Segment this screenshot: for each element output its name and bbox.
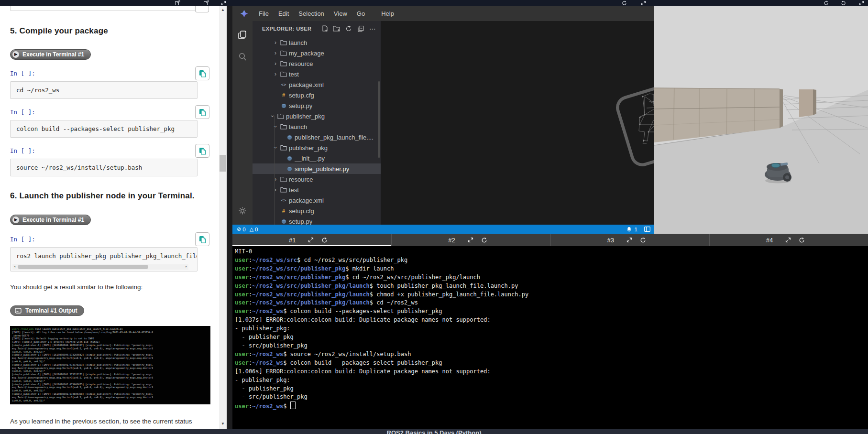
scrollbar-thumb[interactable] <box>18 265 148 269</box>
gear-icon[interactable] <box>232 203 253 219</box>
terminal-tab-label: #2 <box>448 237 455 244</box>
menu-selection[interactable]: Selection <box>294 6 329 21</box>
scrollbar-track[interactable] <box>17 265 184 269</box>
menu-edit[interactable]: Edit <box>274 6 294 21</box>
menu-help[interactable]: Help <box>376 6 399 21</box>
notebook-scrollbar[interactable]: ▲ ▼ <box>219 6 227 429</box>
copy-button-3[interactable] <box>195 144 209 158</box>
simulation-viewport[interactable] <box>654 6 868 234</box>
expand-terminal-icon[interactable] <box>785 237 791 243</box>
file-label: __init__.py <box>295 155 325 162</box>
reset-sim-icon[interactable] <box>841 0 846 6</box>
scroll-left-icon[interactable]: ◂ <box>12 265 17 269</box>
expand-terminal-icon[interactable] <box>468 237 473 243</box>
refresh-ide-icon[interactable] <box>622 0 627 6</box>
file-tree-item-setup.cfg[interactable]: #setup.cfg <box>253 206 381 216</box>
sidebar-scrollbar-thumb[interactable] <box>378 81 380 158</box>
cell-horizontal-scrollbar[interactable]: ◂ ▸ <box>12 264 188 270</box>
scrollbar-thumb[interactable] <box>220 155 226 172</box>
warning-icon: △ <box>250 227 253 232</box>
scroll-right-icon[interactable]: ▸ <box>184 265 188 269</box>
execute-terminal-button-1[interactable]: ▶ Execute in Terminal #1 <box>10 49 91 60</box>
cfg-file-icon: # <box>279 92 288 98</box>
expand-terminal-icon[interactable] <box>626 237 632 243</box>
collapse-all-icon[interactable] <box>356 24 365 33</box>
search-icon[interactable] <box>232 49 253 65</box>
file-tree-item-publisher_pkg_launch_file....[interactable]: publisher_pkg_launch_file.... <box>253 132 381 142</box>
execute-terminal-button-2[interactable]: ▶ Execute in Terminal #1 <box>10 215 91 225</box>
file-tree-item-setup.cfg[interactable]: #setup.cfg <box>253 90 381 100</box>
code-cell-4[interactable]: ros2 launch publisher_pkg publisher_pkg_… <box>10 247 198 271</box>
terminal-output[interactable]: MIT-0user:~/ros2_ws/src$ cd ~/ros2_ws/sr… <box>232 246 868 429</box>
code-cell-3[interactable]: source ~/ros2_ws/install/setup.bash <box>10 159 198 176</box>
code-cell-2[interactable]: colcon build --packages-select publisher… <box>10 120 198 138</box>
open-new-window-icon[interactable] <box>204 0 209 6</box>
refresh-sim-icon[interactable] <box>824 0 829 6</box>
file-label: launch <box>289 39 307 46</box>
expand-terminal-icon[interactable] <box>308 237 314 243</box>
terminal-tab-2[interactable]: #2 <box>391 234 550 246</box>
output-line: (x=0.0, y=0.0, z=0.5))" <box>12 369 209 373</box>
section-5-heading: 5. Compile your package <box>10 26 108 36</box>
restart-terminal-icon[interactable] <box>321 237 328 243</box>
terminal-line: [1.037s] ERROR:colcon:colcon build: Dupl… <box>235 316 868 325</box>
notification-count: 1 <box>635 227 637 232</box>
error-icon: ⊘ <box>237 227 241 232</box>
output-line: [simple_publisher-1] [INFO] [1619898301.… <box>12 373 209 376</box>
file-tree-item-setup.py[interactable]: setup.py <box>253 100 381 111</box>
copy-button-partial[interactable] <box>195 6 209 12</box>
terminal-line: - publisher_pkg <box>235 385 868 393</box>
copy-button-1[interactable] <box>195 66 209 80</box>
copy-button-2[interactable] <box>195 105 209 119</box>
menu-file[interactable]: File <box>254 6 274 21</box>
expand-panel-icon[interactable] <box>221 0 226 6</box>
terminal-line: user:~/ros2_ws/src/publisher_pkg$ mkdir … <box>235 265 868 273</box>
copy-button-4[interactable] <box>195 232 209 246</box>
file-tree-item-package.xml[interactable]: <>package.xml <box>253 195 381 206</box>
restart-terminal-icon[interactable] <box>799 237 805 243</box>
scroll-up-icon[interactable]: ▲ <box>219 7 227 13</box>
file-tree-item-__init__.py[interactable]: __init__.py <box>253 153 381 163</box>
restart-terminal-icon[interactable] <box>481 237 487 243</box>
file-tree-item-publisher_pkg[interactable]: ›publisher_pkg <box>253 142 381 153</box>
terminal-line: - src/publisher_pkg <box>235 393 868 401</box>
file-tree-item-package.xml[interactable]: <>package.xml <box>253 79 381 90</box>
refresh-explorer-icon[interactable] <box>344 24 353 33</box>
new-folder-icon[interactable] <box>332 24 341 33</box>
layout-icon[interactable] <box>644 227 650 232</box>
bell-icon[interactable] <box>626 227 632 232</box>
problems-indicator[interactable]: ⊘ 0 △ 0 <box>237 227 258 232</box>
file-tree-item-my_package[interactable]: ›my_package <box>253 48 381 58</box>
code-cell-1[interactable]: cd ~/ros2_ws <box>10 81 198 99</box>
new-file-icon[interactable] <box>320 24 329 33</box>
file-tree-item-publisher_pkg[interactable]: ›publisher_pkg <box>253 111 381 121</box>
py-file-icon <box>279 219 288 224</box>
warning-count: 0 <box>255 227 258 232</box>
file-tree-item-launch[interactable]: ›launch <box>253 121 381 132</box>
output-line: msg.Twist(linear=geometry_msgs.msg.Vecto… <box>12 347 209 350</box>
file-tree-item-resource[interactable]: ›resource <box>253 58 381 69</box>
terminal-tab-1[interactable]: #1 <box>232 234 391 246</box>
expand-sim-icon[interactable] <box>859 0 864 6</box>
editor-area[interactable] <box>381 21 654 225</box>
scroll-down-icon[interactable]: ▼ <box>219 421 227 427</box>
file-tree-item-simple_publisher.py[interactable]: simple_publisher.py <box>253 163 381 174</box>
file-tree-item-test[interactable]: ›test <box>253 69 381 79</box>
open-external-icon[interactable] <box>175 0 180 6</box>
file-tree-item-resource[interactable]: ›resource <box>253 174 381 184</box>
terminal-tab-3[interactable]: #3 <box>550 234 709 246</box>
restart-terminal-icon[interactable] <box>640 237 646 243</box>
more-actions-icon[interactable]: ⋯ <box>368 24 377 33</box>
file-tree-item-setup.py[interactable]: setup.py <box>253 216 381 225</box>
output-line: msg.Twist(linear=geometry_msgs.msg.Vecto… <box>12 396 209 399</box>
menu-go[interactable]: Go <box>352 6 370 21</box>
expand-ide-icon[interactable] <box>641 0 646 6</box>
file-tree-item-test[interactable]: ›test <box>253 184 381 195</box>
input-prompt-4: In [ ]: <box>10 236 35 243</box>
py-file-icon <box>285 156 294 161</box>
menu-view[interactable]: View <box>329 6 352 21</box>
file-tree-item-launch[interactable]: ›launch <box>253 37 381 48</box>
previous-code-cell-partial[interactable] <box>10 6 198 11</box>
terminal-tab-4[interactable]: #4 <box>709 234 868 246</box>
explorer-files-icon[interactable] <box>232 27 253 43</box>
